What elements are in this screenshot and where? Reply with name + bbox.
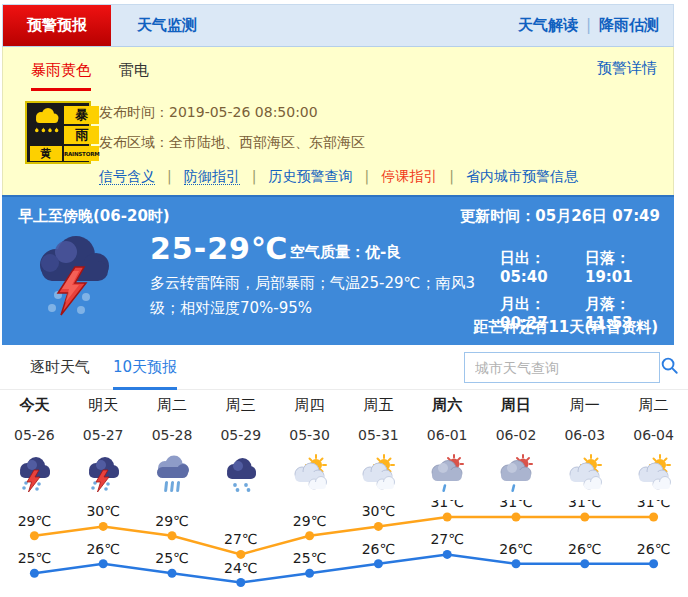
temp-point: [374, 522, 383, 531]
temp-label: 30℃: [362, 503, 396, 519]
forecast-day-column-05-26[interactable]: 今天05-26: [0, 395, 69, 494]
temp-point: [30, 569, 39, 578]
search-input[interactable]: [465, 353, 659, 382]
publish-area-label: 发布区域：: [99, 134, 169, 150]
forecast-day-column-05-30[interactable]: 周四05-30: [275, 395, 344, 494]
publish-area-value: 全市陆地、西部海区、东部海区: [169, 134, 365, 150]
temp-label: 24℃: [224, 560, 258, 576]
day-name: 周日: [482, 395, 551, 415]
sunset-time: 日落：19:01: [585, 249, 666, 286]
temp-label: 29℃: [293, 513, 327, 529]
search-button[interactable]: [659, 353, 679, 382]
forecast-section: 逐时天气 10天预报 今天05-26明天05-27周二05-28周三05-29周…: [0, 345, 688, 597]
temp-label: 25℃: [155, 550, 189, 566]
sun-cloud-icon: [290, 454, 330, 494]
temp-label: 27℃: [224, 531, 258, 547]
top-nav: 预警预报 天气监测 天气解读|降雨估测: [2, 4, 674, 47]
link-warning-details[interactable]: 预警详情: [597, 59, 657, 78]
day-date: 05-31: [344, 426, 413, 444]
tab-lightning[interactable]: 雷电: [119, 59, 149, 81]
day-date: 05-28: [138, 426, 207, 444]
warning-section: 暴雨黄色 雷电 预警详情 暴 雨 黄 RAINSTORM: [2, 47, 674, 195]
badge-level-yellow: 黄: [30, 146, 62, 161]
temp-line-low: [34, 554, 653, 582]
temp-point: [580, 559, 589, 568]
day-name: 周四: [275, 395, 344, 415]
forecast-tab-bar: 逐时天气 10天预报: [0, 345, 688, 390]
sun-shower-icon: [427, 454, 467, 494]
temp-point: [305, 531, 314, 540]
sun-cloud-icon: [565, 454, 605, 494]
rainstorm-cloud-icon: [30, 106, 62, 144]
day-name: 周三: [206, 395, 275, 415]
tab-weather-monitoring[interactable]: 天气监测: [111, 5, 223, 46]
temp-label: 25℃: [293, 550, 327, 566]
search-icon: [660, 356, 679, 379]
temp-label: 29℃: [18, 513, 52, 529]
temp-point: [168, 531, 177, 540]
air-quality: 空气质量：优-良: [290, 243, 401, 262]
forecast-day-column-05-29[interactable]: 周三05-29: [206, 395, 275, 494]
weather-description: 多云转雷阵雨，局部暴雨；气温25-29℃；南风3级；相对湿度70%-95%: [150, 271, 492, 321]
link-separator: |: [155, 168, 184, 184]
temp-point: [512, 513, 521, 522]
warning-link-0[interactable]: 信号含义: [99, 168, 155, 185]
publish-time-line: 发布时间：2019-05-26 08:50:00: [99, 102, 318, 122]
temp-point: [99, 522, 108, 531]
temp-point: [649, 513, 658, 522]
current-weather-panel: 早上至傍晚(06-20时) 更新时间：05月26日 07:49 25-29℃ 空…: [2, 195, 674, 345]
temp-label: 31℃: [499, 500, 533, 510]
forecast-day-column-05-28[interactable]: 周二05-28: [138, 395, 207, 494]
day-name: 今天: [0, 395, 69, 415]
forecast-day-column-06-02[interactable]: 周日06-02: [482, 395, 551, 494]
warning-link-2[interactable]: 历史预警查询: [268, 168, 352, 184]
warning-link-4[interactable]: 省内城市预警信息: [466, 168, 578, 184]
day-name: 明天: [69, 395, 138, 415]
temp-point: [580, 513, 589, 522]
temp-point: [649, 559, 658, 568]
link-separator: |: [240, 168, 269, 184]
link-weather-interpretation[interactable]: 天气解读: [518, 16, 578, 34]
badge-char-yu: 雨: [64, 126, 99, 144]
tab-hourly-weather[interactable]: 逐时天气: [30, 345, 90, 390]
forecast-day-column-05-31[interactable]: 周五05-31: [344, 395, 413, 494]
city-weather-search: [464, 352, 660, 383]
day-date: 05-27: [69, 426, 138, 444]
day-name: 周六: [413, 395, 482, 415]
temp-point: [305, 569, 314, 578]
temperature-range: 25-29℃: [150, 231, 288, 266]
weather-warning-page: 预警预报 天气监测 天气解读|降雨估测 暴雨黄色 雷电 预警详情: [0, 0, 688, 597]
forecast-day-column-06-03[interactable]: 周一06-03: [550, 395, 619, 494]
solar-term-note[interactable]: 距芒种还有11天(科普资料): [473, 318, 658, 337]
publish-time-value: 2019-05-26 08:50:00: [169, 104, 318, 120]
temp-point: [30, 531, 39, 540]
forecast-day-column-06-01[interactable]: 周六06-01: [413, 395, 482, 494]
badge-en-label: RAINSTORM: [64, 146, 99, 161]
forecast-period: 早上至傍晚(06-20时): [18, 207, 170, 226]
temp-label: 25℃: [18, 550, 52, 566]
link-rainfall-estimate[interactable]: 降雨估测: [599, 16, 659, 34]
temp-label: 31℃: [430, 500, 464, 510]
rainstorm-yellow-warning-badge: 暴 雨 黄 RAINSTORM: [25, 101, 91, 164]
sun-cloud-icon: [358, 454, 398, 494]
day-date: 06-04: [619, 426, 688, 444]
temp-point: [374, 559, 383, 568]
forecast-days: 今天05-26明天05-27周二05-28周三05-29周四05-30周五05-…: [0, 395, 688, 494]
forecast-day-column-05-27[interactable]: 明天05-27: [69, 395, 138, 494]
tab-warning-forecast[interactable]: 预警预报: [3, 5, 111, 46]
day-date: 05-30: [275, 426, 344, 444]
temp-label: 26℃: [499, 541, 533, 557]
warning-link-3[interactable]: 停课指引: [381, 168, 437, 184]
link-separator: |: [352, 168, 381, 184]
day-date: 05-29: [206, 426, 275, 444]
cloud-rain-icon: [221, 454, 261, 494]
forecast-day-column-06-04[interactable]: 周二06-04: [619, 395, 688, 494]
warning-link-1[interactable]: 防御指引: [184, 168, 240, 185]
tab-rainstorm-yellow[interactable]: 暴雨黄色: [31, 59, 91, 91]
sun-cloud-icon: [634, 454, 674, 494]
temp-point: [236, 578, 245, 587]
temp-point: [443, 550, 452, 559]
tab-10day-forecast[interactable]: 10天预报: [113, 345, 177, 390]
temp-point: [512, 559, 521, 568]
temp-line-high: [34, 517, 653, 554]
